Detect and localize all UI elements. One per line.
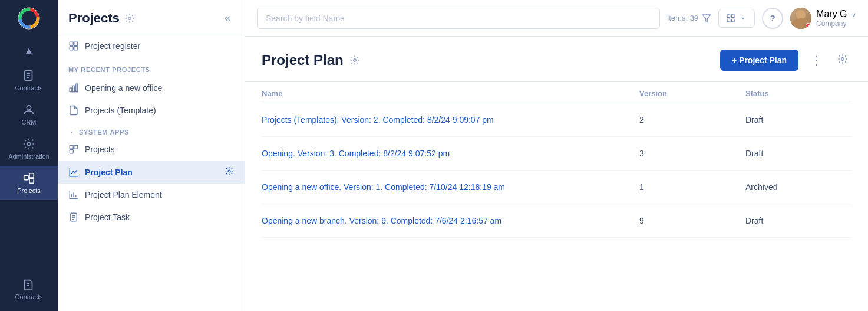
content-actions: + Project Plan ⋮ xyxy=(720,50,852,71)
svg-rect-18 xyxy=(73,86,75,92)
content-area: Project Plan + Project Plan ⋮ N xyxy=(245,37,868,311)
nav-item-project-task[interactable]: Project Task xyxy=(58,206,245,228)
nav-item-projects[interactable]: Projects xyxy=(58,138,245,161)
sidebar-collapse-button[interactable]: « xyxy=(221,9,234,27)
project-plan-table: Name Version Status Projects (Templates)… xyxy=(245,82,868,238)
svg-rect-19 xyxy=(76,84,78,92)
app-logo[interactable] xyxy=(18,7,40,32)
chevron-down-icon xyxy=(739,14,747,22)
svg-rect-20 xyxy=(70,145,73,149)
nav-project-plan-icon xyxy=(68,167,79,178)
recent-item-template-icon xyxy=(68,105,79,116)
content-settings-icon xyxy=(837,54,848,64)
search-box xyxy=(257,8,660,29)
row-name-0[interactable]: Projects (Templates). Version: 2. Comple… xyxy=(262,115,639,125)
icon-bar-contracts-top-label: Contracts xyxy=(15,84,42,91)
icon-bar-administration-label: Administration xyxy=(8,153,49,160)
svg-rect-32 xyxy=(727,15,730,18)
svg-point-12 xyxy=(128,17,131,19)
view-toggle-button[interactable] xyxy=(718,9,755,28)
help-button[interactable]: ? xyxy=(762,8,783,29)
content-header: Project Plan + Project Plan ⋮ xyxy=(245,37,868,82)
svg-rect-16 xyxy=(74,47,78,50)
sidebar: Projects « Project register MY RECENT PR… xyxy=(58,0,245,311)
avatar-status-dot xyxy=(806,23,811,28)
nav-project-plan-element-icon xyxy=(68,189,79,200)
nav-item-project-plan-element[interactable]: Project Plan Element xyxy=(58,184,245,206)
row-version-2: 1 xyxy=(639,182,745,192)
icon-bar-contracts-bottom-label: Contracts xyxy=(15,293,42,300)
svg-point-37 xyxy=(841,58,844,61)
row-name-1[interactable]: Opening. Version: 3. Completed: 8/2/24 9… xyxy=(262,149,639,158)
project-register-label: Project register xyxy=(85,41,140,51)
svg-rect-7 xyxy=(24,175,28,179)
row-name-3[interactable]: Opening a new branch. Version: 9. Comple… xyxy=(262,216,639,225)
svg-rect-27 xyxy=(71,213,77,221)
nav-item-project-plan[interactable]: Project Plan xyxy=(58,161,245,184)
column-header-version: Version xyxy=(639,89,745,98)
row-name-2[interactable]: Opening a new office. Version: 1. Comple… xyxy=(262,182,639,192)
sidebar-project-register[interactable]: Project register xyxy=(58,34,245,58)
svg-rect-34 xyxy=(727,19,730,22)
sidebar-header: Projects « xyxy=(58,0,245,34)
content-title: Project Plan xyxy=(262,52,360,68)
filter-icon[interactable] xyxy=(702,14,711,23)
sidebar-title: Projects xyxy=(68,11,135,26)
nav-project-task-icon xyxy=(68,212,79,222)
svg-rect-17 xyxy=(70,88,71,92)
row-status-3: Draft xyxy=(745,216,852,225)
recent-item-projects-template[interactable]: Projects (Template) xyxy=(58,99,245,122)
system-apps-arrow-icon[interactable] xyxy=(68,129,75,136)
add-project-plan-button[interactable]: + Project Plan xyxy=(720,50,798,71)
recent-item-template-label: Projects (Template) xyxy=(85,106,156,115)
sidebar-item-projects[interactable]: Projects xyxy=(0,166,58,200)
row-status-0: Draft xyxy=(745,115,852,125)
content-title-gear-icon[interactable] xyxy=(349,55,360,66)
more-options-button[interactable]: ⋮ xyxy=(806,50,827,71)
table-header: Name Version Status xyxy=(262,82,852,103)
row-status-1: Draft xyxy=(745,149,852,158)
svg-point-6 xyxy=(27,142,31,146)
icon-bar-crm-label: CRM xyxy=(21,119,36,126)
recent-item-opening-office[interactable]: Opening a new office xyxy=(58,77,245,99)
sidebar-item-crm[interactable]: CRM xyxy=(0,97,58,132)
row-version-1: 3 xyxy=(639,149,745,158)
svg-rect-13 xyxy=(70,42,73,45)
nav-projects-icon xyxy=(68,144,79,155)
svg-point-23 xyxy=(228,170,230,172)
system-apps-section-label: SYSTEM APPS xyxy=(58,122,245,138)
svg-rect-15 xyxy=(70,47,73,50)
avatar xyxy=(790,8,811,29)
svg-rect-14 xyxy=(74,42,78,45)
nav-project-plan-label: Project Plan xyxy=(85,168,133,177)
user-menu[interactable]: Mary G ∨ Company xyxy=(790,8,856,29)
sidebar-title-gear-icon[interactable] xyxy=(124,13,135,24)
row-version-0: 2 xyxy=(639,115,745,125)
row-status-2: Archived xyxy=(745,182,852,192)
table-row: Opening a new office. Version: 1. Comple… xyxy=(262,171,852,204)
sidebar-item-contracts-bottom[interactable]: Contracts xyxy=(0,272,58,306)
nav-project-plan-gear[interactable] xyxy=(225,166,234,178)
main-content: Items: 39 ? xyxy=(245,0,868,311)
sidebar-item-contracts-top[interactable]: Contracts xyxy=(0,63,58,97)
user-company: Company xyxy=(816,19,856,28)
svg-rect-9 xyxy=(29,179,34,183)
nav-project-task-label: Project Task xyxy=(85,212,130,222)
search-input[interactable] xyxy=(257,8,660,29)
recent-projects-section-label: MY RECENT PROJECTS xyxy=(58,58,245,77)
grid-view-icon xyxy=(726,14,735,23)
table-row: Projects (Templates). Version: 2. Comple… xyxy=(262,103,852,137)
items-count: Items: 39 xyxy=(667,14,711,23)
column-header-status: Status xyxy=(745,89,852,98)
svg-rect-21 xyxy=(74,145,78,149)
content-settings-button[interactable] xyxy=(834,50,852,70)
column-header-name: Name xyxy=(262,89,639,98)
nav-projects-label: Projects xyxy=(85,145,115,154)
sidebar-item-administration[interactable]: Administration xyxy=(0,132,58,166)
scroll-up-button[interactable]: ▲ xyxy=(20,41,38,61)
recent-item-chart-icon xyxy=(68,83,79,93)
row-version-3: 9 xyxy=(639,216,745,225)
svg-rect-22 xyxy=(70,150,73,153)
topbar: Items: 39 ? xyxy=(245,0,868,37)
nav-project-plan-element-label: Project Plan Element xyxy=(85,190,162,199)
